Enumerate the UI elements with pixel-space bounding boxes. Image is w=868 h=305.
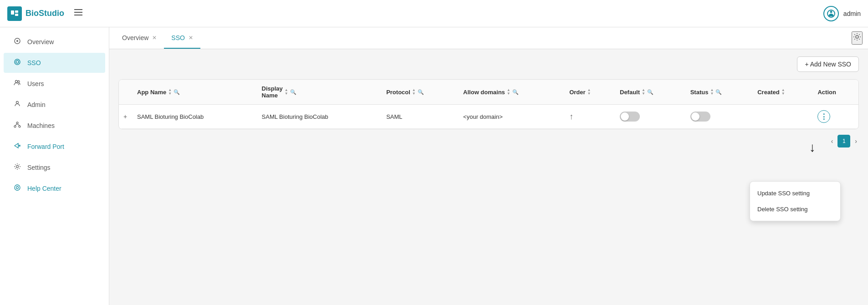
sort-down-icon: ▼: [507, 92, 511, 96]
context-menu-delete[interactable]: Delete SSO setting: [750, 201, 840, 217]
pagination-next-label: ›: [855, 137, 857, 145]
sidebar-item-help-center[interactable]: Help Center: [4, 178, 105, 198]
app-name-sort-icons[interactable]: ▲ ▼: [168, 88, 172, 96]
sidebar-item-forward-port-label: Forward Port: [27, 143, 64, 150]
tab-sso[interactable]: SSO ✕: [164, 27, 200, 49]
sort-down-icon: ▼: [412, 92, 416, 96]
row-display-name-value: SAML Bioturing BioColab: [262, 113, 328, 120]
svg-point-23: [856, 36, 858, 38]
row-allow-domains-value: <your domain>: [463, 113, 503, 120]
toggle-knob: [621, 112, 629, 121]
sidebar-item-settings[interactable]: Settings: [4, 158, 105, 178]
top-bar-right: admin: [823, 6, 861, 21]
user-name: admin: [843, 10, 861, 17]
svg-line-19: [17, 124, 20, 126]
pagination-prev-button[interactable]: ‹: [829, 136, 835, 147]
row-created: [753, 105, 813, 129]
default-sort-icons[interactable]: ▲ ▼: [642, 88, 645, 96]
content-area: Overview ✕ SSO ✕: [109, 27, 868, 305]
sidebar-item-settings-label: Settings: [27, 164, 51, 171]
svg-point-11: [16, 61, 19, 63]
logo-icon: [7, 6, 22, 21]
sort-down-icon: ▼: [710, 92, 714, 96]
th-display-name-label: DisplayName: [262, 85, 283, 99]
protocol-sort-icons[interactable]: ▲ ▼: [412, 88, 416, 96]
add-new-sso-button[interactable]: + Add New SSO: [797, 56, 859, 72]
app-name-search-icon[interactable]: 🔍: [174, 89, 180, 95]
row-default-toggle[interactable]: [620, 112, 640, 122]
th-display-name: DisplayName ▲ ▼ 🔍: [257, 80, 382, 105]
pagination-page-1-label: 1: [842, 138, 846, 144]
th-status: Status ▲ ▼ 🔍: [686, 80, 753, 105]
sort-down-icon: ▼: [168, 92, 172, 96]
sort-down-icon: ▼: [285, 92, 288, 96]
protocol-search-icon[interactable]: 🔍: [418, 89, 424, 95]
page-settings-button[interactable]: [852, 31, 863, 45]
row-protocol-value: SAML: [386, 113, 402, 120]
pagination-next-button[interactable]: ›: [853, 136, 859, 147]
created-sort-icons[interactable]: ▲ ▼: [781, 88, 785, 96]
sidebar-item-machines[interactable]: Machines: [4, 116, 105, 136]
top-bar-left: BioStudio: [7, 6, 83, 21]
sidebar-item-users[interactable]: Users: [4, 74, 105, 94]
th-app-name-label: App Name: [137, 89, 166, 96]
status-sort-icons[interactable]: ▲ ▼: [710, 88, 714, 96]
svg-point-21: [15, 185, 20, 190]
allow-domains-sort-icons[interactable]: ▲ ▼: [507, 88, 511, 96]
table: App Name ▲ ▼ 🔍: [119, 80, 858, 129]
hamburger-menu[interactable]: [73, 7, 83, 20]
row-display-name: SAML Bioturing BioColab: [257, 105, 382, 129]
top-bar: BioStudio admin: [0, 0, 868, 27]
tabs-bar: Overview ✕ SSO ✕: [109, 27, 868, 49]
pagination-page-1[interactable]: 1: [837, 135, 850, 147]
th-default: Default ▲ ▼ 🔍: [615, 80, 686, 105]
row-expand-cell: +: [119, 105, 133, 129]
pagination-prev-label: ‹: [831, 137, 833, 145]
row-app-name: SAML Bioturing BioColab: [133, 105, 257, 129]
sso-table: App Name ▲ ▼ 🔍: [118, 79, 859, 129]
users-icon: [13, 79, 22, 88]
th-protocol-label: Protocol: [386, 89, 410, 96]
svg-point-14: [16, 102, 19, 104]
row-action-menu-button[interactable]: ⋮: [817, 110, 830, 123]
tab-overview-close[interactable]: ✕: [152, 35, 157, 41]
svg-rect-1: [15, 10, 18, 13]
row-protocol: SAML: [382, 105, 459, 129]
row-order: ↑: [565, 105, 615, 129]
main-content: + Add New SSO App Name: [109, 49, 868, 305]
order-sort-icons[interactable]: ▲ ▼: [587, 88, 591, 96]
machines-icon: [13, 121, 22, 130]
add-new-sso-label: + Add New SSO: [805, 61, 851, 68]
row-order-up-button[interactable]: ↑: [569, 112, 573, 122]
add-btn-row: + Add New SSO: [118, 56, 859, 72]
th-default-label: Default: [620, 89, 640, 96]
context-menu-update[interactable]: Update SSO setting: [750, 185, 840, 201]
forward-port-icon: [13, 142, 22, 151]
default-search-icon[interactable]: 🔍: [647, 89, 654, 95]
sidebar-item-sso-label: SSO: [27, 59, 41, 66]
sidebar-item-machines-label: Machines: [27, 122, 55, 129]
display-name-search-icon[interactable]: 🔍: [290, 89, 296, 95]
th-order-label: Order: [569, 89, 585, 96]
row-expand-button[interactable]: +: [123, 113, 127, 120]
row-status-toggle[interactable]: [690, 112, 710, 122]
app-name: BioStudio: [26, 9, 64, 18]
status-search-icon[interactable]: 🔍: [715, 89, 722, 95]
tab-sso-close[interactable]: ✕: [189, 35, 193, 41]
admin-icon: [13, 100, 22, 109]
table-header-row: App Name ▲ ▼ 🔍: [119, 80, 858, 105]
display-name-sort-icons[interactable]: ▲ ▼: [285, 88, 288, 96]
sort-down-icon: ▼: [587, 92, 591, 96]
sidebar-item-sso[interactable]: SSO: [4, 53, 105, 73]
sidebar-item-overview[interactable]: Overview: [4, 32, 105, 52]
th-created: Created ▲ ▼: [753, 80, 813, 105]
sidebar-item-admin[interactable]: Admin: [4, 95, 105, 115]
context-menu-update-label: Update SSO setting: [757, 190, 810, 197]
help-center-icon: [13, 184, 22, 193]
sidebar-item-forward-port[interactable]: Forward Port: [4, 137, 105, 157]
sso-icon: [13, 58, 22, 67]
th-order: Order ▲ ▼: [565, 80, 615, 105]
tab-overview[interactable]: Overview ✕: [115, 27, 164, 49]
overview-icon: [13, 37, 22, 46]
allow-domains-search-icon[interactable]: 🔍: [512, 89, 519, 95]
